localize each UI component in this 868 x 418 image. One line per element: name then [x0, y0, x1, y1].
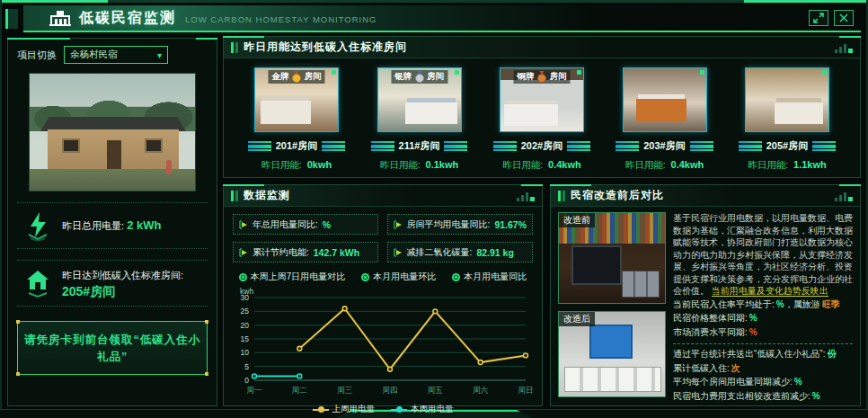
- badge-text: 房间: [427, 71, 444, 83]
- kv-value: %: [749, 313, 757, 323]
- stripe-decoration: [444, 141, 467, 151]
- room-name: 203#房间: [643, 139, 685, 153]
- legend-label: 本周用电量: [411, 404, 454, 415]
- monitor-stats-grid: 年总用电量同比: % 房间平均用电量同比: 91.67% 累计节约电能: 142…: [224, 207, 542, 262]
- gift-banner: 请凭房卡到前台领取“低碳入住小礼品”: [17, 321, 208, 375]
- room-usage: 昨日用能: 0.1kwh: [380, 159, 459, 172]
- online-dot: [455, 70, 459, 75]
- room-usage: 昨日用能: 0.4kwh: [625, 159, 704, 172]
- frame-top-line: [0, 0, 868, 3]
- room-card[interactable]: 金牌 房间 201#房间 昨日用能: 0kwh: [242, 67, 351, 172]
- compare-paragraph: 基于民宿行业用电数据，以用电量数据、电费数据为基础，汇聚融合政务信息，利用大数据…: [673, 212, 853, 298]
- banner-corner-dot: [16, 320, 20, 324]
- kv-label: 平均每个房间用电量同期减少:: [673, 377, 793, 387]
- photo-before: 改造前: [558, 212, 666, 304]
- close-icon: [839, 13, 848, 22]
- room-cards-row: 金牌 房间 201#房间 昨日用能: 0kwh 银牌: [224, 58, 860, 172]
- svg-text:周六: 周六: [473, 386, 489, 395]
- tab-month-yoy[interactable]: 本月用电量同比: [452, 271, 527, 283]
- rooms-panel-title: 昨日用能达到低碳入住标准房间: [244, 40, 407, 55]
- tab-month-mom[interactable]: 本月用电量环比: [361, 271, 436, 283]
- online-dot: [822, 70, 827, 75]
- badge-text: 金牌: [272, 71, 289, 83]
- tab-week-compare[interactable]: 本周上周7日用电量对比: [239, 271, 346, 283]
- compare-panel-title: 民宿改造前后对比: [571, 188, 664, 203]
- close-button[interactable]: [834, 10, 854, 26]
- usage-chart[interactable]: 051015202530周一周二周三周四周五周六周日: [227, 289, 536, 398]
- room-usage-value: 0.1kwh: [426, 159, 459, 170]
- room-usage-label: 昨日用能:: [502, 159, 543, 170]
- kv-label: 民宿电力费用支出相较改造前减少:: [673, 391, 810, 401]
- compare-panel: 民宿改造前后对比 改造前 改造后 基于民宿行业用电数据，以用电量数据、电费数据为…: [550, 184, 861, 406]
- radio-icon: [361, 273, 369, 281]
- room-usage: 昨日用能: 1.1kwh: [748, 159, 827, 172]
- paragraph-text: 基于民宿行业用电数据，以用电量数据、电费数据为基础，汇聚融合政务信息，利用大数据…: [673, 213, 853, 296]
- svg-text:0: 0: [244, 376, 249, 385]
- room-usage: 昨日用能: 0.4kwh: [502, 159, 581, 172]
- data-monitor-panel: 数据监测 年总用电量同比: % 房间平均用电量同比: 91.67% 累计节约电能…: [223, 184, 543, 406]
- yesterday-usage-label: 昨日总用电量:: [62, 220, 124, 231]
- online-dot: [700, 70, 704, 75]
- compare-body: 改造前 改造后 基于民宿行业用电数据，以用电量数据、电费数据为基础，汇聚融合政务…: [551, 207, 860, 408]
- header-accent-icon: [231, 191, 238, 201]
- kv-lowcarbon-stays: 累计低碳入住:次: [673, 362, 853, 376]
- y-axis-unit: kwh: [240, 287, 253, 296]
- tab-label: 本周上周7日用电量对比: [251, 271, 346, 283]
- stripe-decoration: [322, 141, 345, 151]
- header-bar: 低碳民宿监测 LOW CARBON HOMESTAY MONITORING: [23, 5, 861, 32]
- photo-door-layer: [107, 140, 121, 173]
- legend-marker-icon: [313, 409, 329, 411]
- yesterday-usage-value: 2 kWh: [127, 218, 161, 232]
- house-icon: [22, 268, 53, 298]
- legend-dot-icon: [396, 406, 403, 413]
- svg-text:周三: 周三: [337, 386, 352, 395]
- radio-icon: [452, 273, 460, 281]
- rooms-panel-header: 昨日用能达到低碳入住标准房间: [224, 37, 860, 58]
- project-select[interactable]: 余杨村民宿 ▾: [64, 46, 168, 64]
- room-name-row: 201#房间: [248, 139, 345, 153]
- monitor-panel-header: 数据监测: [224, 185, 542, 207]
- svg-text:周日: 周日: [518, 386, 534, 395]
- photo-after-tag: 改造后: [559, 312, 595, 326]
- kv-consumption: 市场消费水平同期:%: [673, 326, 853, 340]
- kv-value: %: [749, 327, 757, 337]
- divider: [673, 343, 853, 344]
- photo-before-tag: 改造前: [559, 213, 595, 227]
- kv-value: 份: [827, 349, 836, 359]
- stripe-decoration: [567, 141, 590, 151]
- stat-label: 年总用电量同比:: [252, 218, 318, 231]
- banner-corner-dot: [16, 372, 20, 376]
- svg-text:25: 25: [241, 307, 250, 316]
- room-name: 201#房间: [276, 139, 317, 153]
- room-card[interactable]: 205#房间 昨日用能: 1.1kwh: [732, 67, 842, 172]
- legend-item[interactable]: 上周用电量: [313, 404, 376, 415]
- room-card[interactable]: 银牌 房间 211#房间 昨日用能: 0.1kwh: [365, 67, 474, 172]
- room-photo: 银牌 房间: [377, 67, 462, 132]
- svg-text:10: 10: [241, 348, 250, 357]
- header-accent-icon: [558, 191, 565, 201]
- room-name: 205#房间: [766, 139, 808, 153]
- kv-value: %: [776, 299, 784, 309]
- fullscreen-button[interactable]: [809, 10, 828, 26]
- kv-label: 通过平台统计共送出“低碳入住小礼品”:: [673, 349, 825, 359]
- page-subtitle: LOW CARBON HOMESTAY MONITORING: [185, 14, 377, 24]
- room-card[interactable]: 203#房间 昨日用能: 0.4kwh: [610, 67, 720, 172]
- room-usage: 昨日用能: 0kwh: [261, 159, 332, 172]
- header-accent-icon: [231, 42, 238, 53]
- rooms-panel: 昨日用能达到低碳入住标准房间 金牌 房间 201#房间 昨日用能: 0kwh: [223, 36, 861, 178]
- room-card[interactable]: 铜牌 房间 202#房间 昨日用能: 0.4kwh: [487, 67, 597, 172]
- legend-item[interactable]: 本周用电量: [391, 404, 454, 415]
- standard-room-value: 205#房间: [62, 284, 183, 298]
- photo-before-meters: [622, 271, 660, 298]
- expand-icon: [813, 13, 824, 23]
- stat-box-co2-reduction: 减排二氧化碳量: 82.91 kg: [387, 242, 533, 262]
- arrow-play-icon: [394, 248, 403, 257]
- compare-photos: 改造前 改造后: [558, 212, 666, 403]
- tab-label: 本月用电量环比: [373, 271, 436, 283]
- photo-window-layer: [62, 138, 80, 153]
- stripe-decoration: [493, 141, 517, 151]
- standard-room-tile: 昨日达到低碳入住标准房间: 205#房间: [17, 260, 208, 307]
- room-usage-label: 昨日用能:: [625, 159, 666, 170]
- compare-panel-header: 民宿改造前后对比: [551, 185, 860, 207]
- kv-price: 民宿价格整体同期:%: [673, 312, 853, 325]
